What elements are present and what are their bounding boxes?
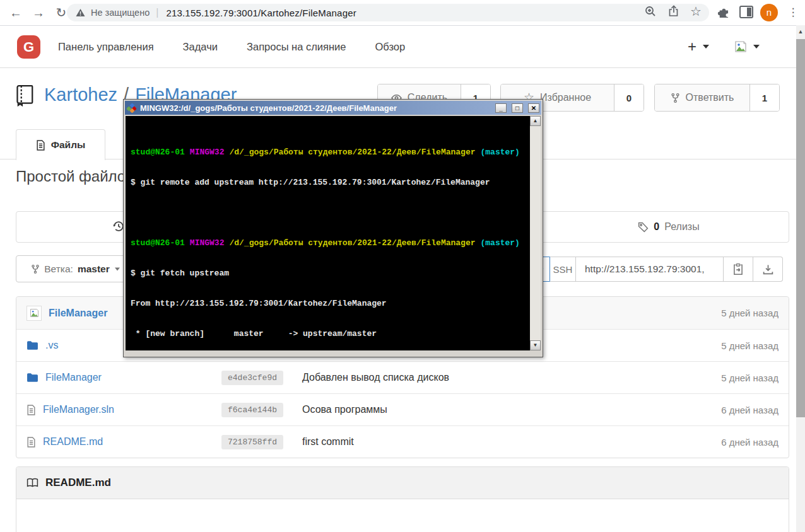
screen: ← → ↻ Не защищено | 213.155.192.79:3001/…: [0, 0, 805, 532]
terminal-maximize-button[interactable]: □: [512, 103, 523, 113]
table-row: README.md 7218758ffd first commit 6 дней…: [16, 425, 789, 458]
branch-selector[interactable]: Ветка: master: [16, 255, 136, 282]
branch-icon: [31, 264, 40, 274]
commit-hash-badge[interactable]: 7218758ffd: [221, 435, 283, 449]
readme-title: README.md: [45, 477, 111, 489]
folder-icon: [26, 373, 38, 383]
commit-message[interactable]: first commit: [302, 436, 668, 448]
commit-message[interactable]: Осова программы: [302, 404, 668, 415]
download-button[interactable]: [753, 257, 783, 282]
warning-icon: [76, 8, 85, 17]
scrollbar-thumb[interactable]: [796, 39, 805, 417]
latest-commit-date: 5 дней назад: [668, 308, 789, 318]
extensions-puzzle-icon[interactable]: [717, 5, 732, 20]
fork-button-group: Ответвить 1: [654, 84, 780, 112]
nav-dashboard[interactable]: Панель управления: [58, 41, 154, 53]
page-scrollbar[interactable]: ▲: [796, 25, 805, 532]
file-link[interactable]: FileManager: [45, 372, 102, 383]
gogs-logo[interactable]: G: [17, 35, 40, 59]
row-date: 5 дней назад: [668, 340, 789, 351]
terminal-title: MINGW32:/d/_gogs/Работы студентов/2021-2…: [140, 103, 490, 113]
commit-author-avatar-broken-icon: [26, 306, 42, 321]
readme-header: README.md: [16, 467, 789, 499]
file-link[interactable]: README.md: [43, 436, 103, 448]
terminal-title-bar[interactable]: MINGW32:/d/_gogs/Работы студентов/2021-2…: [125, 101, 541, 115]
branch-caret-icon: [115, 267, 120, 270]
scrollbar-up-icon[interactable]: ▲: [796, 25, 805, 38]
create-new-caret-icon[interactable]: [703, 45, 709, 49]
row-date: 5 дней назад: [668, 373, 789, 383]
file-doc-icon: [26, 437, 36, 448]
fork-label: Ответвить: [686, 92, 734, 103]
omnibox-separator: |: [156, 7, 158, 18]
table-row: FileManager.sln f6ca4e144b Осова програм…: [16, 393, 789, 425]
tab-files-label: Файлы: [51, 139, 85, 151]
commit-author-link[interactable]: FileManager: [49, 308, 107, 319]
star-label: Избранное: [540, 92, 591, 103]
gogs-navbar: G Панель управления Задачи Запросы на сл…: [0, 26, 805, 68]
nav-pull-requests[interactable]: Запросы на слияние: [247, 41, 346, 53]
commit-hash-badge[interactable]: e4de3cfe9d: [221, 371, 283, 385]
forward-icon[interactable]: →: [28, 0, 49, 25]
download-icon: [763, 264, 773, 275]
side-panel-icon[interactable]: [739, 6, 753, 18]
fork-count[interactable]: 1: [749, 84, 779, 111]
releases-label: Релизы: [664, 221, 699, 233]
folder-icon: [26, 340, 38, 350]
star-count[interactable]: 0: [614, 84, 643, 111]
file-doc-icon: [26, 405, 36, 415]
repo-owner-link[interactable]: Kartohez: [44, 84, 117, 105]
table-row: FileManager e4de3cfe9d Добавлен вывод сп…: [16, 361, 789, 393]
nav-explore[interactable]: Обзор: [375, 41, 406, 53]
clone-url-input[interactable]: http://213.155.192.79:3001,: [576, 257, 724, 282]
clone-ssh-button[interactable]: SSH: [550, 257, 576, 282]
file-doc-icon: [36, 140, 45, 151]
terminal-output[interactable]: stud@N26-01MINGW32/d/_gogs/Работы студен…: [126, 116, 530, 350]
url-text: 213.155.192.79:3001/Kartohez/FileManager: [166, 8, 356, 18]
security-label: Не защищено: [91, 8, 150, 18]
back-icon[interactable]: ←: [5, 0, 26, 25]
create-new-icon[interactable]: +: [688, 38, 696, 55]
terminal-scroll-up-icon[interactable]: ▲: [530, 116, 541, 126]
navbar-right: +: [688, 26, 760, 67]
nav-issues[interactable]: Задачи: [183, 41, 218, 53]
browser-profile-avatar[interactable]: n: [760, 4, 778, 21]
clone-url-group: HTTP SSH http://213.155.192.79:3001,: [512, 257, 783, 282]
fork-icon: [671, 93, 680, 103]
repo-book-icon: [16, 84, 35, 107]
zoom-icon[interactable]: [643, 4, 657, 18]
mingw-terminal-window[interactable]: MINGW32:/d/_gogs/Работы студентов/2021-2…: [123, 99, 543, 357]
releases-count: 0: [654, 221, 659, 233]
git-bash-icon: [127, 103, 136, 113]
tab-files[interactable]: Файлы: [16, 129, 105, 160]
branch-label: Ветка:: [44, 263, 73, 275]
terminal-minimize-button[interactable]: _: [495, 103, 507, 113]
browser-toolbar: ← → ↻ Не защищено | 213.155.192.79:3001/…: [0, 0, 805, 26]
commit-message[interactable]: Добавлен вывод списка дисков: [302, 372, 668, 383]
user-avatar-broken-image-icon[interactable]: [734, 40, 747, 53]
fork-button[interactable]: Ответвить: [655, 84, 749, 111]
readme-section: README.md: [16, 466, 789, 532]
row-date: 6 дней назад: [668, 437, 789, 448]
clipboard-copy-icon: [732, 263, 744, 275]
browser-menu-icon[interactable]: ⋮: [785, 0, 801, 25]
share-icon[interactable]: [667, 5, 681, 18]
terminal-scroll-down-icon[interactable]: ▼: [530, 340, 541, 350]
terminal-close-button[interactable]: ✕: [528, 103, 539, 113]
releases-link[interactable]: 0 Релизы: [548, 212, 790, 242]
security-indicator[interactable]: Не защищено: [76, 8, 150, 18]
open-book-icon: [26, 478, 38, 488]
copy-clipboard-button[interactable]: [724, 257, 753, 282]
row-date: 6 дней назад: [668, 405, 789, 415]
branch-name: master: [78, 263, 110, 275]
bookmark-star-icon[interactable]: ☆: [690, 4, 702, 19]
file-link[interactable]: .vs: [45, 340, 58, 351]
tag-icon: [638, 222, 649, 233]
user-menu-caret-icon[interactable]: [753, 45, 760, 49]
address-bar[interactable]: Не защищено | 213.155.192.79:3001/Kartoh…: [67, 4, 709, 21]
commit-hash-badge[interactable]: f6ca4e144b: [221, 403, 283, 417]
file-link[interactable]: FileManager.sln: [43, 404, 114, 415]
terminal-scrollbar[interactable]: ▲ ▼: [530, 116, 541, 350]
